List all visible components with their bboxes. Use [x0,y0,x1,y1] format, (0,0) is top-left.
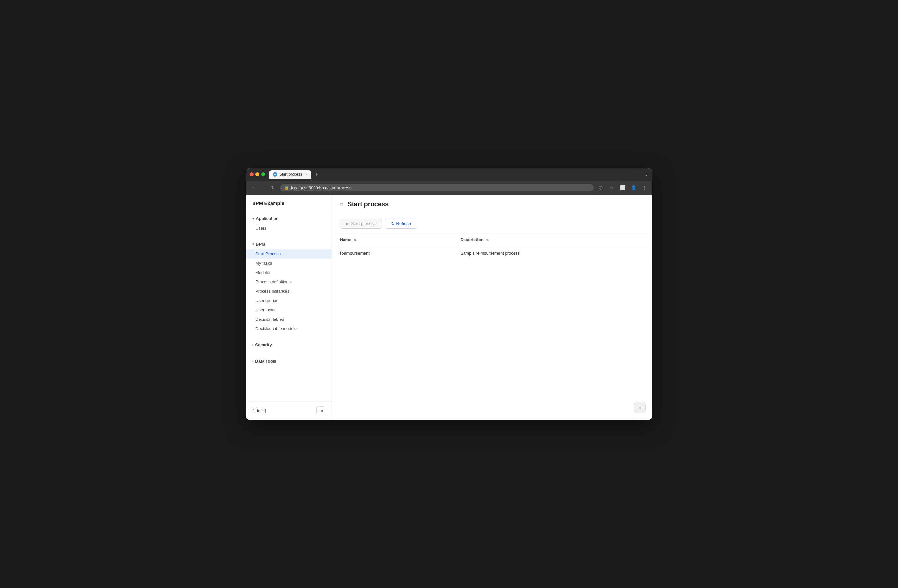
close-button[interactable] [250,172,254,177]
refresh-label: Refresh [397,221,411,226]
url-text: localhost:8080/bpm/startprocess [291,185,351,190]
refresh-button[interactable]: ↻ [269,184,277,192]
sidebar-section-header-data-tools[interactable]: › Data Tools [246,356,332,366]
sidebar-item-user-groups[interactable]: User groups [246,296,332,305]
logout-button[interactable]: ⇥ [317,406,326,415]
column-header-description[interactable]: Description ⇅ [452,233,652,246]
chevron-right-icon-security: › [252,343,253,347]
sidebar-section-header-application[interactable]: ▾ Application [246,213,332,223]
help-icon[interactable]: ⬦ [634,402,646,413]
main-header: ≡ Start process [332,195,652,214]
profile-icon[interactable]: 👤 [630,184,637,192]
table-wrapper: Name ⇅ Description ⇅ Re [332,233,652,420]
tab-favicon: B [273,172,277,177]
title-bar-dropdown[interactable]: ⌄ [644,172,648,177]
logout-icon: ⇥ [319,408,323,413]
sidebar-section-security: › Security [246,336,332,353]
forward-button[interactable]: → [259,184,267,192]
sidebar-item-process-instances[interactable]: Process instances [246,287,332,296]
cell-description: Sample reimbursement process [452,246,652,261]
browser-toolbar: ⬡ ☆ ⬜ 👤 ⋮ [597,184,648,192]
column-header-name[interactable]: Name ⇅ [332,233,452,246]
user-label: [admin] [252,408,266,413]
sidebar-item-modeler[interactable]: Modeler [246,268,332,277]
column-name-label: Name [340,237,351,242]
lock-icon: 🔒 [284,186,289,190]
nav-buttons: ← → ↻ [250,184,277,192]
hamburger-icon[interactable]: ≡ [340,201,343,207]
sidebar-header: BPM Example [246,195,332,210]
sidebar-section-application: ▾ Application Users [246,210,332,236]
maximize-button[interactable] [261,172,265,177]
page-title: Start process [348,201,389,208]
sidebar-item-decision-tables[interactable]: Decision tables [246,315,332,324]
sort-icon-name: ⇅ [354,238,357,242]
column-description-label: Description [460,237,483,242]
sidebar-section-data-tools: › Data Tools [246,353,332,370]
app-content: BPM Example ▾ Application Users ▾ BPM [246,195,652,420]
main-content: ≡ Start process ▶ Start process ↻ Refres… [332,195,652,420]
cell-name: Reimbursement [332,246,452,261]
tab-label: Start process [279,172,302,177]
table-row[interactable]: Reimbursement Sample reimbursement proce… [332,246,652,261]
bookmark-icon[interactable]: ☆ [608,184,615,192]
tab-close-button[interactable]: × [306,172,308,177]
table-body: Reimbursement Sample reimbursement proce… [332,246,652,261]
chevron-down-icon: ▾ [252,216,254,220]
minimize-button[interactable] [255,172,259,177]
sidebar-item-decision-table-modeler[interactable]: Decision table modeler [246,324,332,333]
refresh-button[interactable]: ↻ Refresh [385,218,417,229]
sidebar-item-users[interactable]: Users [246,223,332,233]
start-process-label: Start process [351,221,376,226]
sidebar-item-process-definitions[interactable]: Process definitions [246,277,332,287]
sidebar-brand: BPM Example [252,201,326,206]
sidebar-bottom: [admin] ⇥ [246,401,332,420]
more-options-icon[interactable]: ⋮ [641,184,648,192]
sidebar-item-start-process[interactable]: Start Process [246,249,332,258]
refresh-icon: ↻ [391,221,395,226]
process-table: Name ⇅ Description ⇅ Re [332,233,652,261]
sidebar: BPM Example ▾ Application Users ▾ BPM [246,195,332,420]
url-bar[interactable]: 🔒 localhost:8080/bpm/startprocess [280,184,594,192]
sidebar-section-label-application: Application [256,216,279,221]
screen-share-icon[interactable]: ⬡ [597,184,604,192]
address-bar: ← → ↻ 🔒 localhost:8080/bpm/startprocess … [246,181,652,195]
sidebar-item-user-tasks[interactable]: User tasks [246,305,332,315]
back-button[interactable]: ← [250,184,257,192]
sidebar-section-header-security[interactable]: › Security [246,340,332,350]
play-icon: ▶ [346,221,349,226]
sidebar-item-my-tasks[interactable]: My tasks [246,258,332,268]
main-area: Name ⇅ Description ⇅ Re [332,233,652,420]
chevron-down-icon-bpm: ▾ [252,243,254,246]
sidebar-section-label-bpm: BPM [256,242,265,247]
new-tab-button[interactable]: + [312,171,321,178]
split-view-icon[interactable]: ⬜ [619,184,626,192]
tab-bar: B Start process × + [269,170,642,179]
traffic-lights [250,172,265,177]
start-process-button[interactable]: ▶ Start process [340,218,382,229]
toolbar: ▶ Start process ↻ Refresh [332,214,652,233]
title-bar: B Start process × + ⌄ [246,168,652,181]
sidebar-section-header-bpm[interactable]: ▾ BPM [246,239,332,249]
chevron-right-icon-data-tools: › [252,359,253,363]
sort-icon-description: ⇅ [486,238,489,242]
active-tab[interactable]: B Start process × [269,170,311,179]
sidebar-section-label-data-tools: Data Tools [255,359,277,364]
sidebar-section-label-security: Security [255,342,272,347]
sidebar-section-bpm: ▾ BPM Start Process My tasks Modeler Pro… [246,236,332,336]
table-header: Name ⇅ Description ⇅ [332,233,652,246]
